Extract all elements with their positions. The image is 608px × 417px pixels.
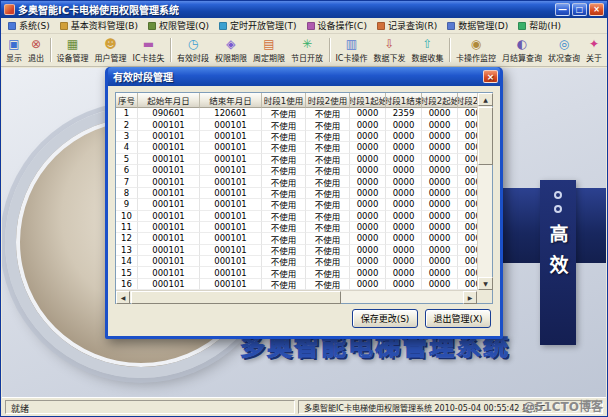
scroll-down-icon[interactable]: ▼	[478, 277, 493, 290]
card-monitor-button[interactable]: ◉卡操作监控	[453, 35, 499, 65]
weekly-open-button[interactable]: ▤周定期限	[250, 35, 288, 65]
column-header[interactable]: 序号	[116, 93, 138, 108]
table-cell: 000101	[200, 267, 262, 278]
menu-item-7[interactable]: 数据管理(D)	[442, 18, 513, 33]
table-row[interactable]: 10000101000101不使用不使用0000000000000000	[116, 211, 477, 222]
menu-item-4[interactable]: 定时开放管理(T)	[214, 18, 302, 33]
maximize-button[interactable]: □	[572, 3, 587, 16]
save-changes-button[interactable]: 保存更改(S)	[352, 309, 418, 328]
table-row[interactable]: 8000101000101不使用不使用0000000000000000	[116, 188, 477, 199]
vertical-scroll-thumb[interactable]	[478, 107, 493, 165]
table-cell: 000101	[138, 211, 200, 222]
about-button[interactable]: ✦关于	[583, 35, 605, 65]
table-row[interactable]: 6000101000101不使用不使用0000000000000000	[116, 165, 477, 176]
table-cell: 000101	[138, 279, 200, 290]
table-cell: 000101	[138, 199, 200, 210]
table-row[interactable]: 7000101000101不使用不使用0000000000000000	[116, 176, 477, 187]
column-header[interactable]: 起始年月日	[138, 93, 200, 108]
table-cell: 0000	[458, 233, 477, 244]
menu-item-8[interactable]: 帮助(H)	[513, 18, 566, 33]
table-cell: 000101	[138, 188, 200, 199]
column-header[interactable]: 时段1起始	[350, 93, 386, 108]
valid-period-button[interactable]: ◷有效时段	[174, 35, 212, 65]
menu-item-label: 定时开放管理(T)	[230, 19, 297, 32]
auth-term-button[interactable]: ◈权限期限	[212, 35, 250, 65]
table-row[interactable]: 2000101000101不使用不使用0000000000000000	[116, 119, 477, 130]
toolbar-button-label: IC卡挂失	[133, 52, 165, 63]
menu-item-5[interactable]: 设备操作(C)	[302, 18, 372, 33]
status-query-button[interactable]: ◎状况查询	[545, 35, 583, 65]
dialog-title-bar[interactable]: 有效时段管理 ×	[108, 67, 500, 86]
horizontal-scroll-thumb[interactable]	[131, 291, 341, 304]
table-cell: 0000	[458, 267, 477, 278]
table-row[interactable]: 4000101000101不使用不使用0000000000000000	[116, 142, 477, 153]
data-collect-button[interactable]: ⇧数据收集	[408, 35, 446, 65]
table-cell: 不使用	[262, 165, 306, 176]
table-row[interactable]: 1090601120601不使用不使用0000235900000000	[116, 108, 477, 119]
ic-card-loss-icon: ▬	[143, 37, 154, 52]
menu-item-3[interactable]: 权限管理(Q)	[143, 18, 214, 33]
vertical-scrollbar[interactable]: ▲ ▼	[477, 93, 492, 290]
exit-manage-button[interactable]: 退出管理(X)	[425, 309, 491, 328]
status-bar: 就绪 多奥智能IC卡电梯使用权限管理系统 2010-05-04 00:55:42…	[2, 397, 606, 416]
column-header[interactable]: 时段1使用	[262, 93, 306, 108]
table-cell: 0000	[350, 176, 386, 187]
table-cell: 0000	[386, 165, 422, 176]
table-cell: 0000	[386, 176, 422, 187]
data-send-button[interactable]: ⇩数据下发	[370, 35, 408, 65]
scroll-up-icon[interactable]: ▲	[478, 93, 493, 106]
user-manage-button[interactable]: ☻用户管理	[92, 35, 130, 65]
table-row[interactable]: 14000101000101不使用不使用0000000000000000	[116, 256, 477, 267]
title-bar: 多奥智能IC卡电梯使用权限管理系统 ― □ ×	[1, 1, 607, 18]
table-cell: 090601	[138, 108, 200, 119]
ic-card-operate-button[interactable]: ▥IC卡操作	[333, 35, 371, 65]
table-row[interactable]: 12000101000101不使用不使用0000000000000000	[116, 233, 477, 244]
menu-item-6[interactable]: 记录查询(R)	[372, 18, 442, 33]
scroll-right-icon[interactable]: ▶	[463, 291, 477, 304]
table-row[interactable]: 13000101000101不使用不使用0000000000000000	[116, 245, 477, 256]
table-cell: 不使用	[306, 165, 350, 176]
ic-card-loss-button[interactable]: ▬IC卡挂失	[130, 35, 168, 65]
exit-button[interactable]: ⊗退出	[25, 35, 47, 65]
column-header[interactable]: 时段2使用	[306, 93, 350, 108]
table-viewport: 序号起始年月日结束年月日时段1使用时段2使用时段1起始时段1结束时段2起始时段2…	[116, 93, 477, 290]
table-row[interactable]: 16000101000101不使用不使用0000000000000000	[116, 279, 477, 290]
minimize-button[interactable]: ―	[555, 3, 570, 16]
table-row[interactable]: 15000101000101不使用不使用0000000000000000	[116, 267, 477, 278]
menu-icon	[148, 22, 156, 30]
column-header[interactable]: 时段2起始	[422, 93, 458, 108]
data-collect-icon: ⇧	[422, 37, 432, 52]
holiday-open-icon: ✳	[302, 37, 312, 52]
table-cell: 0000	[386, 222, 422, 233]
table-cell: 0000	[350, 279, 386, 290]
table-cell: 1	[116, 108, 138, 119]
holiday-open-button[interactable]: ✳节日开放	[288, 35, 326, 65]
horizontal-scrollbar[interactable]: ◀ ▶	[116, 290, 477, 303]
column-header[interactable]: 结束年月日	[200, 93, 262, 108]
menu-item-label: 数据管理(D)	[458, 19, 508, 32]
device-manage-button[interactable]: ▦设备管理	[54, 35, 92, 65]
menu-item-1[interactable]: 系统(S)	[3, 18, 55, 33]
table-cell: 000101	[138, 256, 200, 267]
table-row[interactable]: 5000101000101不使用不使用0000000000000000	[116, 154, 477, 165]
table-cell: 不使用	[306, 119, 350, 130]
table-cell: 0000	[350, 233, 386, 244]
monthly-query-button[interactable]: ◐月结算查询	[499, 35, 545, 65]
show-button[interactable]: ▣显示	[3, 35, 25, 65]
toolbar-button-label: 有效时段	[177, 52, 209, 63]
toolbar-button-label: 显示	[6, 52, 22, 63]
table-row[interactable]: 3000101000101不使用不使用0000000000000000	[116, 131, 477, 142]
window-title: 多奥智能IC卡电梯使用权限管理系统	[18, 2, 179, 17]
table-cell: 000101	[200, 211, 262, 222]
dialog-close-button[interactable]: ×	[483, 70, 498, 83]
toolbar-button-label: 用户管理	[95, 52, 127, 63]
column-header[interactable]: 时段1结束	[386, 93, 422, 108]
close-button[interactable]: ×	[589, 3, 604, 16]
scroll-left-icon[interactable]: ◀	[116, 291, 130, 304]
table-row[interactable]: 9000101000101不使用不使用0000000000000000	[116, 199, 477, 210]
column-header[interactable]: 时段2结束	[458, 93, 477, 108]
dialog-title: 有效时段管理	[113, 69, 173, 84]
table-cell: 不使用	[262, 233, 306, 244]
menu-item-2[interactable]: 基本资料管理(B)	[55, 18, 143, 33]
table-row[interactable]: 11000101000101不使用不使用0000000000000000	[116, 222, 477, 233]
